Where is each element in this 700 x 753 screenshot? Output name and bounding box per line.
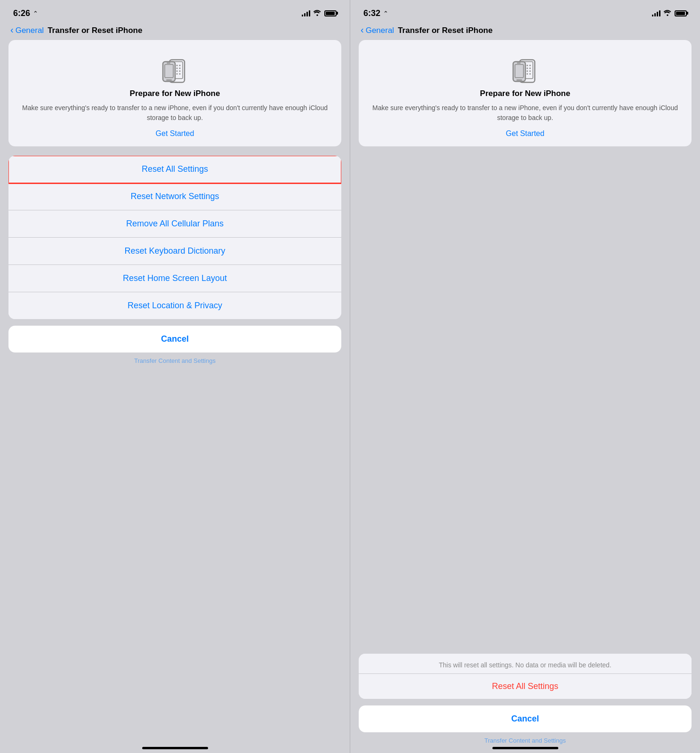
left-get-started-button[interactable]: Get Started xyxy=(156,129,194,138)
svg-point-21 xyxy=(526,65,528,66)
reset-all-settings-button[interactable]: Reset All Settings xyxy=(8,156,341,183)
left-back-label: General xyxy=(16,26,44,35)
right-prepare-desc: Make sure everything's ready to transfer… xyxy=(368,103,682,123)
right-nav-title: Transfer or Reset iPhone xyxy=(398,26,492,35)
left-prepare-title: Prepare for New iPhone xyxy=(130,89,220,98)
right-home-indicator xyxy=(492,747,558,749)
right-bottom-fade-text: Transfer Content and Settings xyxy=(359,737,692,744)
svg-point-24 xyxy=(526,68,528,69)
svg-point-30 xyxy=(526,73,528,75)
left-reset-list: Reset All Settings Reset Network Setting… xyxy=(8,156,341,319)
left-cancel-button[interactable]: Cancel xyxy=(8,326,341,352)
left-wifi-icon xyxy=(313,9,322,17)
svg-point-9 xyxy=(176,71,177,72)
svg-point-28 xyxy=(529,71,531,72)
left-battery-icon xyxy=(324,10,337,16)
svg-rect-34 xyxy=(517,63,521,64)
right-cancel-button[interactable]: Cancel xyxy=(359,705,692,732)
reset-location-privacy-button[interactable]: Reset Location & Privacy xyxy=(8,292,341,319)
svg-point-12 xyxy=(176,73,177,75)
right-back-button[interactable]: ‹ General xyxy=(361,25,394,35)
svg-point-7 xyxy=(179,68,180,69)
svg-point-25 xyxy=(529,68,531,69)
right-battery-icon xyxy=(675,10,687,16)
right-status-time: 6:32 xyxy=(363,8,380,18)
svg-rect-16 xyxy=(167,63,170,64)
reset-network-settings-button[interactable]: Reset Network Settings xyxy=(8,183,341,210)
left-home-indicator xyxy=(142,747,208,749)
right-transfer-icon xyxy=(507,51,544,89)
left-transfer-icon xyxy=(156,51,194,89)
right-status-icons xyxy=(652,9,687,17)
svg-rect-17 xyxy=(166,80,172,80)
left-back-chevron-icon: ‹ xyxy=(10,24,14,35)
left-status-icons xyxy=(302,9,337,17)
right-get-started-button[interactable]: Get Started xyxy=(506,129,545,138)
left-status-time: 6:26 xyxy=(13,8,30,18)
svg-point-10 xyxy=(179,71,180,72)
left-signal-icon xyxy=(302,10,310,16)
reset-home-screen-button[interactable]: Reset Home Screen Layout xyxy=(8,265,341,292)
right-back-chevron-icon: ‹ xyxy=(361,24,364,35)
left-back-button[interactable]: ‹ General xyxy=(10,25,44,35)
left-prepare-card: Prepare for New iPhone Make sure everyth… xyxy=(8,40,341,146)
svg-point-31 xyxy=(529,73,531,75)
right-nav-bar: ‹ General Transfer or Reset iPhone xyxy=(359,23,692,40)
svg-point-4 xyxy=(179,65,180,66)
right-phone-panel: 6:32 ⌃ ‹ General Transfer or Reset iPhon… xyxy=(350,0,700,753)
right-prepare-title: Prepare for New iPhone xyxy=(480,89,571,98)
right-wifi-icon xyxy=(663,9,672,17)
svg-point-27 xyxy=(526,71,528,72)
left-nav-bar: ‹ General Transfer or Reset iPhone xyxy=(8,23,341,40)
left-nav-title: Transfer or Reset iPhone xyxy=(48,26,142,35)
left-status-bar: 6:26 ⌃ xyxy=(8,0,341,23)
svg-point-3 xyxy=(176,65,177,66)
right-location-icon: ⌃ xyxy=(383,10,388,17)
svg-point-13 xyxy=(179,73,180,75)
right-confirmation-desc: This will reset all settings. No data or… xyxy=(359,654,692,673)
left-bottom-fade-text: Transfer Content and Settings xyxy=(8,357,341,364)
right-back-label: General xyxy=(366,26,394,35)
right-confirmation-sheet: This will reset all settings. No data or… xyxy=(359,654,692,699)
right-prepare-card: Prepare for New iPhone Make sure everyth… xyxy=(359,40,692,146)
svg-point-22 xyxy=(529,65,531,66)
left-phone-panel: 6:26 ⌃ ‹ General Transfer or Reset iPhon… xyxy=(0,0,350,753)
right-status-bar: 6:32 ⌃ xyxy=(359,0,692,23)
left-location-icon: ⌃ xyxy=(33,10,38,17)
left-prepare-desc: Make sure everything's ready to transfer… xyxy=(18,103,332,123)
right-signal-icon xyxy=(652,10,660,16)
svg-point-6 xyxy=(176,68,177,69)
svg-rect-35 xyxy=(516,80,522,80)
right-confirm-reset-button[interactable]: Reset All Settings xyxy=(359,673,692,699)
remove-cellular-plans-button[interactable]: Remove All Cellular Plans xyxy=(8,210,341,238)
reset-keyboard-dictionary-button[interactable]: Reset Keyboard Dictionary xyxy=(8,238,341,265)
